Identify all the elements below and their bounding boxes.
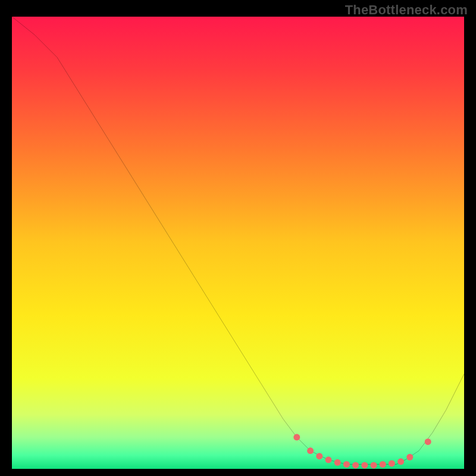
bottleneck-chart [12,17,464,469]
marker-dot [406,454,413,461]
marker-dot [343,461,350,468]
marker-dot [325,456,331,463]
marker-dot [334,459,341,466]
gradient-backdrop [12,17,464,469]
marker-dot [389,460,395,466]
marker-dot [293,434,300,440]
watermark-label: TheBottleneck.com [345,2,468,18]
marker-dot [370,462,377,468]
chart-stage: TheBottleneck.com [0,0,476,476]
marker-dot [397,458,404,465]
marker-dot [425,439,431,445]
marker-dot [361,462,368,468]
marker-dot [380,461,386,468]
marker-dot [352,462,359,468]
marker-dot [307,447,314,454]
marker-dot [316,453,322,459]
